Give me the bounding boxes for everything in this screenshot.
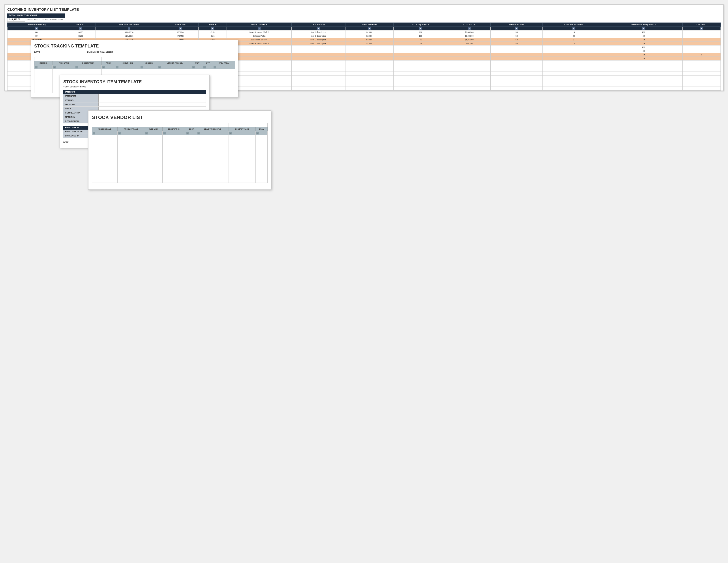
group-stock-location: STOCK LOCATION [101,57,140,61]
contact-group: CONTACT [229,123,267,127]
disc-cell [683,49,721,53]
th-description: DESCRIPTION [162,127,186,131]
filter-arrow[interactable]: ▼ [35,27,38,30]
reorder-cell: 50 [491,42,543,45]
filter-arrow[interactable]: ▼ [186,132,189,134]
filter-arrow[interactable]: ▼ [75,66,78,68]
table-row [92,159,268,163]
location-cell: Outdoor Pallet [227,34,291,38]
filter-arrow[interactable]: ▼ [214,66,216,68]
filter-arrow[interactable]: ▼ [102,66,105,68]
qty-cell: 45 [394,38,448,42]
filter-arrow[interactable]: ▼ [700,27,703,30]
total-cell [448,72,491,75]
item-no-cell: B123 [66,34,96,38]
filter-arrow[interactable]: ▼ [35,66,38,68]
filter-arrow[interactable]: ▼ [53,66,56,68]
qty-cell: 200 [394,30,448,34]
filter-arrow[interactable]: ▼ [128,27,130,30]
qty-cell [394,87,448,90]
filter-arrow[interactable]: ▼ [468,27,471,30]
filter-arrow[interactable]: ▼ [211,27,214,30]
reorder-cell [491,72,543,75]
filter-arrow[interactable]: ▼ [515,27,518,30]
table-row: OK B123 5/20/2016 ITEM B Cole Outdoor Pa… [8,34,721,38]
total-cell [448,60,491,64]
filter-arrow[interactable]: ▼ [258,27,261,30]
filter-arrow[interactable]: ▼ [572,27,575,30]
filter-arrow[interactable]: ▼ [642,27,645,30]
filter-arrow[interactable]: ▼ [192,66,195,68]
total-cell [448,57,491,60]
col-days-per-reorder: DAYS PER REORDER [543,23,605,27]
total-cell: $2,000.00 [448,30,491,34]
desc-cell [291,79,345,83]
filter-arrow[interactable]: ▼ [368,27,371,30]
days-cell [543,64,605,68]
vendor-table: VENDOR CONTACT VENDOR NAME PRODUCT NAME … [92,123,268,183]
col-item-disc: ITEM DISC... [683,23,721,27]
desc-cell [291,68,345,72]
group-inventory: INVENTORY [203,57,235,61]
disc-cell [683,87,721,90]
qty-cell [394,75,448,79]
reorder-qty-cell: 100 [605,45,683,49]
disc-cell [683,34,721,38]
desc-cell [291,75,345,79]
col-reorder-fill: REORDER (auto fill) [8,23,66,27]
table-row [34,69,235,73]
filter-arrow[interactable]: ▼ [158,66,161,68]
filter-arrow[interactable]: ▼ [79,27,82,30]
total-bar: TOTAL INVENTORY VALUE [7,13,65,18]
filter-arrow[interactable]: ▼ [116,66,118,68]
reorder-cell [491,45,543,49]
filter-arrow[interactable]: ▼ [317,27,320,30]
filter-arrow[interactable]: ▼ [256,132,259,134]
table-row [92,143,268,147]
filter-arrow[interactable]: ▼ [118,132,121,134]
location-cell: Store Room A, Shelf 2 [227,30,291,34]
reorder-cell: 50 [491,38,543,42]
qty-cell [394,49,448,53]
days-cell [543,45,605,49]
date-cell: 5/20/2016 [96,30,162,34]
days-cell [543,83,605,87]
table-row [92,171,268,175]
reorder-qty-cell [605,64,683,68]
filter-arrow[interactable]: ▼ [145,132,148,134]
cost-cell: $10.00 [345,30,394,34]
filter-arrow[interactable]: ▼ [93,132,95,134]
status-cell: OK [8,34,66,38]
filter-arrow[interactable]: ▼ [141,66,143,68]
stock-vendor-sheet: STOCK VENDOR LIST VENDOR CONTACT VENDOR … [88,110,271,190]
filter-arrow[interactable]: ▼ [163,132,166,134]
reorder-qty-cell: 10 [605,42,683,45]
desc-cell [291,72,345,75]
disc-cell [683,42,721,45]
item-company: YOUR COMPANY NAME [63,86,206,88]
disc-cell [683,72,721,75]
cost-cell [345,79,394,83]
th-lead-time: LEAD TIME IN DAYS [197,127,229,131]
total-cell: $2,000.00 [448,34,491,38]
vendor-title: STOCK VENDOR LIST [92,115,268,120]
col-item-name: ITEM NAME [162,23,198,27]
col-cost-per-item: COST PER ITEM [345,23,394,27]
qty-cell [394,83,448,87]
clothing-title: CLOTHING INVENTORY LIST TEMPLATE [7,8,721,12]
reorder-cell [491,79,543,83]
filter-arrow[interactable]: ▼ [197,132,200,134]
th-product-name: PRODUCT NAME [117,127,145,131]
qty-cell: 25 [394,42,448,45]
reorder-cell [491,53,543,57]
filter-arrow[interactable]: ▼ [229,132,232,134]
days-cell [543,79,605,83]
field-location: LOCATION [63,102,206,107]
filter-arrow[interactable]: ▼ [419,27,422,30]
th-description: DESCRIPTION [75,61,101,65]
reorder-cell: 50 [491,30,543,34]
cost-cell [345,83,394,87]
filter-arrow[interactable]: ▼ [203,66,206,68]
reorder-cell [491,87,543,90]
filter-arrow[interactable]: ▼ [179,27,182,30]
